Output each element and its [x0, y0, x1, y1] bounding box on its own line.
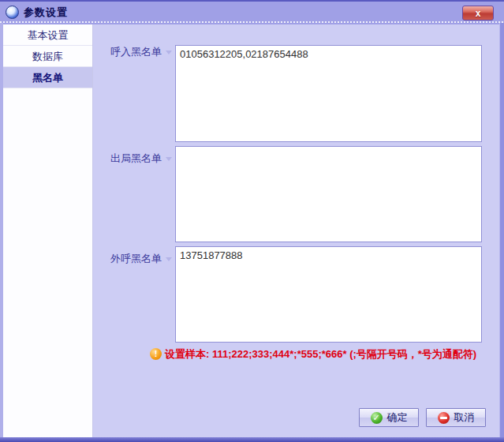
window-bottom-border [0, 437, 504, 442]
close-button[interactable]: x [462, 6, 494, 21]
outgoing-blacklist-textarea[interactable] [175, 146, 482, 242]
sidebar-item-basic-settings[interactable]: 基本设置 [3, 24, 92, 46]
outbound-blacklist-textarea[interactable]: 13751877888 [175, 246, 482, 343]
cancel-button[interactable]: 取消 [426, 408, 486, 427]
sidebar-item-database[interactable]: 数据库 [3, 46, 92, 67]
chevron-down-icon [166, 51, 172, 54]
cancel-button-label: 取消 [454, 410, 475, 425]
check-icon: ✓ [371, 412, 383, 424]
window-right-border [499, 23, 504, 442]
chevron-down-icon [166, 157, 172, 161]
sample-hint: ! 设置样本: 111;222;333;444*;*555;*666* (;号隔… [150, 347, 491, 361]
parameter-settings-dialog: 参数设置 x 基本设置 数据库 黑名单 呼入黑名单 01056312205,02… [0, 0, 504, 442]
incoming-blacklist-label: 呼入黑名单 [110, 45, 172, 59]
hint-text: 设置样本: 111;222;333;444*;*555;*666* (;号隔开号… [165, 347, 476, 361]
app-icon [6, 6, 19, 19]
outbound-blacklist-label: 外呼黑名单 [110, 252, 172, 266]
incoming-blacklist-textarea[interactable]: 01056312205,02187654488 [175, 45, 482, 142]
chevron-down-icon [166, 257, 172, 261]
close-icon: x [476, 8, 481, 19]
sidebar-item-blacklist[interactable]: 黑名单 [3, 67, 92, 88]
window-title: 参数设置 [24, 6, 68, 20]
titlebar: 参数设置 x [0, 0, 504, 23]
ok-button-label: 确定 [387, 410, 408, 425]
warning-icon: ! [150, 348, 162, 360]
outgoing-blacklist-label: 出局黑名单 [110, 152, 172, 166]
ok-button[interactable]: ✓ 确定 [359, 408, 419, 427]
no-entry-icon [438, 412, 450, 424]
sidebar: 基本设置 数据库 黑名单 [3, 24, 93, 437]
